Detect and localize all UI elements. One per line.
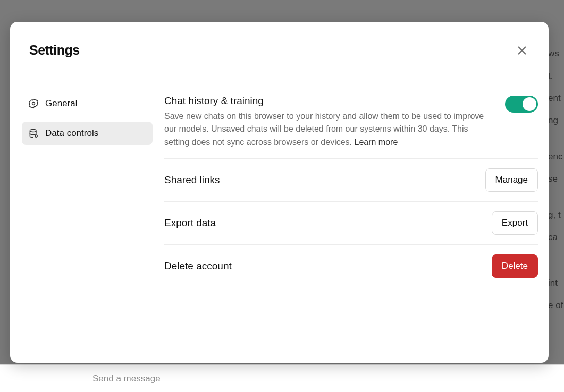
settings-content: Chat history & training Save new chats o…	[164, 79, 549, 363]
chat-history-toggle[interactable]	[505, 96, 538, 113]
sidebar-item-general[interactable]: General	[22, 92, 153, 115]
message-input[interactable]: Send a message	[84, 368, 169, 389]
settings-modal: Settings General	[10, 22, 549, 363]
composer-bar: Send a message	[0, 364, 564, 392]
learn-more-link[interactable]: Learn more	[355, 138, 398, 147]
settings-sidebar: General Data controls	[10, 79, 164, 363]
export-data-section: Export data Export	[164, 202, 538, 245]
modal-title: Settings	[29, 42, 80, 58]
modal-header: Settings	[10, 22, 549, 79]
svg-point-3	[30, 130, 36, 132]
sidebar-item-label: Data controls	[45, 128, 98, 139]
chat-history-description: Save new chats on this browser to your h…	[164, 110, 493, 149]
toggle-knob	[523, 97, 536, 111]
gear-icon	[28, 98, 39, 109]
close-icon	[516, 45, 528, 56]
export-data-button[interactable]: Export	[492, 211, 538, 235]
export-data-title: Export data	[164, 217, 480, 229]
bg-text-fragments: ws t. ent ng enc se g, t ca int e of	[548, 42, 564, 317]
data-controls-icon	[28, 128, 39, 139]
svg-point-4	[35, 135, 37, 137]
manage-shared-links-button[interactable]: Manage	[485, 168, 538, 192]
delete-account-section: Delete account Delete	[164, 245, 538, 287]
svg-point-2	[32, 103, 35, 105]
chat-history-title: Chat history & training	[164, 95, 493, 107]
sidebar-item-label: General	[45, 98, 77, 109]
chat-history-section: Chat history & training Save new chats o…	[164, 92, 538, 159]
close-button[interactable]	[515, 43, 529, 58]
sidebar-item-data-controls[interactable]: Data controls	[22, 122, 153, 145]
modal-body: General Data controls Chat hi	[10, 79, 549, 363]
delete-account-title: Delete account	[164, 260, 480, 272]
shared-links-title: Shared links	[164, 174, 474, 186]
delete-account-button[interactable]: Delete	[492, 254, 538, 278]
shared-links-section: Shared links Manage	[164, 159, 538, 202]
